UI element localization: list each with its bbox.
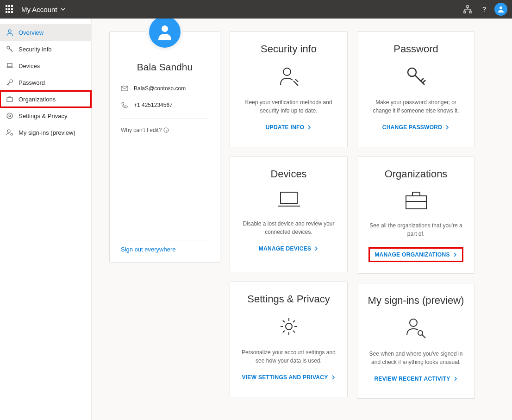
profile-phone: +1 4251234567	[134, 102, 173, 108]
sidebar-label: Password	[19, 79, 45, 86]
svg-point-13	[11, 133, 12, 135]
info-icon	[163, 127, 169, 133]
svg-point-19	[286, 323, 292, 330]
card-desc: Personalize your account settings and se…	[238, 348, 339, 365]
chevron-right-icon	[314, 246, 318, 251]
sidebar-label: Security info	[19, 46, 52, 53]
svg-rect-9	[7, 98, 12, 101]
org-chart-icon[interactable]	[459, 0, 476, 19]
chevron-right-icon	[445, 125, 450, 130]
chevron-right-icon	[331, 375, 336, 380]
chevron-right-icon	[453, 376, 458, 381]
svg-point-14	[162, 25, 168, 32]
svg-rect-7	[7, 63, 12, 67]
svg-point-10	[9, 115, 11, 117]
sidebar-label: Organizations	[19, 96, 56, 103]
svg-point-5	[8, 30, 11, 32]
waffle-icon[interactable]	[5, 4, 15, 14]
gear-large-icon	[278, 315, 300, 339]
user-avatar[interactable]	[494, 3, 507, 16]
mail-icon	[121, 85, 128, 92]
sidebar-label: Settings & Privacy	[19, 113, 68, 119]
sidebar-item-settings-privacy[interactable]: Settings & Privacy	[0, 107, 91, 124]
svg-rect-1	[464, 11, 466, 13]
card-desc: Make your password stronger, or change i…	[366, 98, 466, 115]
sidebar-item-my-signins[interactable]: My sign-ins (preview)	[0, 124, 91, 141]
security-info-card: Security info Keep your verification met…	[230, 31, 348, 147]
card-desc: See when and where you've signed in and …	[366, 350, 466, 366]
chevron-right-icon	[453, 252, 457, 257]
manage-organizations-link[interactable]: MANAGE ORGANIZATIONS	[368, 247, 463, 262]
update-info-link[interactable]: UPDATE INFO	[266, 124, 312, 131]
svg-point-4	[500, 6, 502, 9]
security-person-icon	[278, 65, 300, 89]
sidebar-label: My sign-ins (preview)	[19, 129, 75, 136]
app-title-dropdown[interactable]: My Account	[21, 6, 66, 13]
laptop-large-icon	[277, 190, 301, 210]
signout-section: Sign out everywhere	[121, 240, 209, 253]
svg-rect-18	[281, 192, 297, 203]
card-title: My sign-ins (preview)	[368, 295, 464, 307]
card-desc: See all the organizations that you're a …	[366, 221, 466, 238]
password-card: Password Make your password stronger, or…	[357, 31, 475, 147]
profile-name: Bala Sandhu	[121, 62, 209, 73]
review-activity-link[interactable]: REVIEW RECENT ACTIVITY	[374, 376, 457, 382]
why-cant-edit-link[interactable]: Why can't I edit?	[121, 118, 209, 133]
sidebar-item-overview[interactable]: Overview	[0, 24, 91, 41]
key-outline-icon	[6, 78, 14, 87]
svg-point-12	[7, 130, 10, 132]
main-content: Bala Sandhu BalaS@contoso.com +1 4251234…	[92, 19, 512, 420]
chevron-down-icon	[60, 6, 66, 12]
person-icon	[6, 28, 14, 37]
phone-icon	[121, 101, 128, 109]
profile-email: BalaS@contoso.com	[134, 85, 186, 92]
card-desc: Keep your verification methods and secur…	[238, 98, 339, 115]
key-icon	[6, 45, 14, 53]
svg-rect-15	[121, 86, 128, 91]
card-title: Settings & Privacy	[247, 293, 330, 305]
sidebar-item-organizations[interactable]: Organizations	[0, 91, 91, 107]
card-title: Security info	[261, 43, 317, 55]
briefcase-large-icon	[404, 190, 428, 212]
sidebar-item-password[interactable]: Password	[0, 74, 91, 91]
svg-rect-0	[467, 6, 468, 7]
signin-icon	[6, 128, 14, 137]
profile-avatar	[146, 19, 183, 50]
sidebar-label: Overview	[19, 29, 44, 36]
card-desc: Disable a lost device and review your co…	[238, 219, 339, 236]
profile-phone-row: +1 4251234567	[121, 101, 209, 109]
devices-card: Devices Disable a lost device and review…	[230, 157, 348, 272]
sign-out-everywhere-link[interactable]: Sign out everywhere	[121, 246, 176, 253]
sidebar-item-security-info[interactable]: Security info	[0, 41, 91, 57]
my-signins-card: My sign-ins (preview) See when and where…	[357, 283, 475, 399]
organizations-card: Organizations See all the organizations …	[357, 157, 475, 274]
briefcase-icon	[6, 95, 14, 103]
svg-point-22	[410, 319, 417, 326]
svg-rect-2	[469, 11, 471, 13]
sidebar: Overview Security info Devices Password …	[0, 19, 92, 420]
top-bar: My Account ?	[0, 0, 512, 19]
app-title-text: My Account	[21, 6, 57, 13]
svg-point-17	[283, 68, 291, 75]
view-settings-link[interactable]: VIEW SETTINGS AND PRIVACY	[242, 374, 335, 381]
laptop-icon	[6, 62, 14, 70]
chevron-right-icon	[307, 125, 312, 130]
svg-text:?: ?	[482, 5, 486, 13]
card-title: Password	[393, 43, 438, 55]
key-large-icon	[405, 65, 427, 89]
sidebar-label: Devices	[19, 63, 40, 69]
card-title: Organizations	[385, 168, 448, 180]
change-password-link[interactable]: CHANGE PASSWORD	[382, 124, 450, 131]
help-icon[interactable]: ?	[476, 0, 493, 19]
manage-devices-link[interactable]: MANAGE DEVICES	[259, 245, 319, 252]
sidebar-item-devices[interactable]: Devices	[0, 57, 91, 74]
settings-privacy-card: Settings & Privacy Personalize your acco…	[230, 282, 348, 397]
card-title: Devices	[270, 168, 306, 180]
signin-large-icon	[405, 317, 427, 340]
gear-icon	[6, 112, 14, 120]
svg-rect-21	[406, 196, 426, 209]
profile-card: Bala Sandhu BalaS@contoso.com +1 4251234…	[109, 31, 220, 263]
svg-point-11	[7, 113, 12, 119]
profile-email-row: BalaS@contoso.com	[121, 85, 209, 92]
